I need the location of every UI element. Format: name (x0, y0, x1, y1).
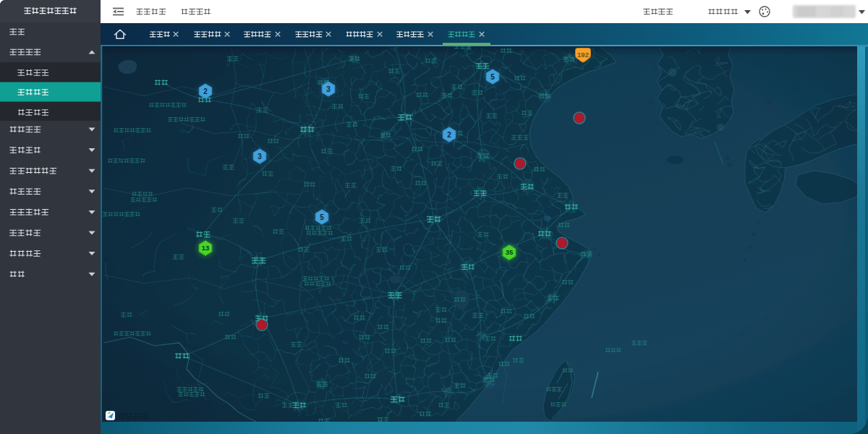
svg-text:13: 13 (202, 244, 210, 252)
svg-text:35: 35 (506, 248, 514, 256)
svg-text:5: 5 (320, 213, 324, 221)
svg-text:2: 2 (447, 131, 451, 139)
svg-text:3: 3 (258, 153, 262, 161)
svg-text:3: 3 (326, 85, 331, 93)
svg-text:2: 2 (203, 88, 208, 95)
svg-text:192: 192 (577, 51, 589, 59)
svg-text:5: 5 (490, 73, 495, 81)
